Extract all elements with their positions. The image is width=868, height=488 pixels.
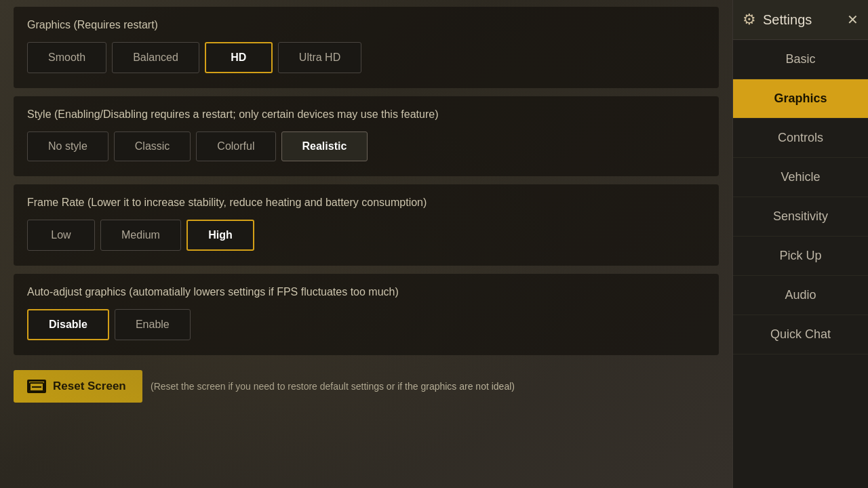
framerate-btn-group: Low Medium High	[27, 220, 705, 251]
style-realistic-btn[interactable]: Realistic	[281, 131, 368, 161]
close-button[interactable]: ✕	[847, 12, 859, 28]
framerate-section: Frame Rate (Lower it to increase stabili…	[14, 184, 719, 266]
autoadjust-title: Auto-adjust graphics (automatially lower…	[27, 286, 705, 298]
sidebar-item-basic[interactable]: Basic	[733, 40, 868, 79]
framerate-medium-btn[interactable]: Medium	[100, 220, 181, 251]
graphics-hd-btn[interactable]: HD	[205, 42, 273, 73]
autoadjust-btn-group: Disable Enable	[27, 309, 705, 340]
style-section: Style (Enabling/Disabling requires a res…	[14, 96, 719, 176]
graphics-balanced-btn[interactable]: Balanced	[112, 42, 199, 73]
sidebar-item-vehicle[interactable]: Vehicle	[733, 158, 868, 197]
reset-row: Reset Screen (Reset the screen if you ne…	[14, 363, 719, 406]
sidebar-item-pickup[interactable]: Pick Up	[733, 237, 868, 276]
framerate-high-btn[interactable]: High	[186, 220, 254, 251]
reset-screen-button[interactable]: Reset Screen	[14, 370, 142, 403]
main-content: Graphics (Requires restart) Smooth Balan…	[0, 0, 732, 488]
graphics-btn-group: Smooth Balanced HD Ultra HD	[27, 42, 705, 73]
style-colorful-btn[interactable]: Colorful	[196, 131, 275, 161]
sidebar-item-sensitivity[interactable]: Sensitivity	[733, 197, 868, 237]
sidebar-item-audio[interactable]: Audio	[733, 276, 868, 315]
sidebar: ⚙ Settings ✕ Basic Graphics Controls Veh…	[732, 0, 868, 488]
graphics-title: Graphics (Requires restart)	[27, 19, 705, 31]
reset-screen-label: Reset Screen	[53, 380, 126, 393]
autoadjust-section: Auto-adjust graphics (automatially lower…	[14, 274, 719, 355]
autoadjust-enable-btn[interactable]: Enable	[115, 309, 191, 340]
sidebar-header: ⚙ Settings ✕	[733, 0, 868, 40]
sidebar-title: Settings	[763, 12, 812, 28]
reset-screen-icon	[27, 380, 46, 393]
sidebar-item-controls[interactable]: Controls	[733, 119, 868, 158]
style-title: Style (Enabling/Disabling requires a res…	[27, 108, 705, 121]
style-classic-btn[interactable]: Classic	[114, 131, 191, 161]
framerate-title: Frame Rate (Lower it to increase stabili…	[27, 197, 705, 209]
style-btn-group: No style Classic Colorful Realistic	[27, 131, 705, 161]
sidebar-item-quickchat[interactable]: Quick Chat	[733, 315, 868, 354]
style-nostyle-btn[interactable]: No style	[27, 131, 108, 161]
framerate-low-btn[interactable]: Low	[27, 220, 95, 251]
graphics-smooth-btn[interactable]: Smooth	[27, 42, 106, 73]
sidebar-item-graphics[interactable]: Graphics	[733, 79, 868, 119]
autoadjust-disable-btn[interactable]: Disable	[27, 309, 109, 340]
graphics-ultrahd-btn[interactable]: Ultra HD	[278, 42, 361, 73]
reset-screen-note: (Reset the screen if you need to restore…	[151, 381, 515, 392]
graphics-section: Graphics (Requires restart) Smooth Balan…	[14, 7, 719, 88]
gear-icon: ⚙	[743, 11, 756, 28]
